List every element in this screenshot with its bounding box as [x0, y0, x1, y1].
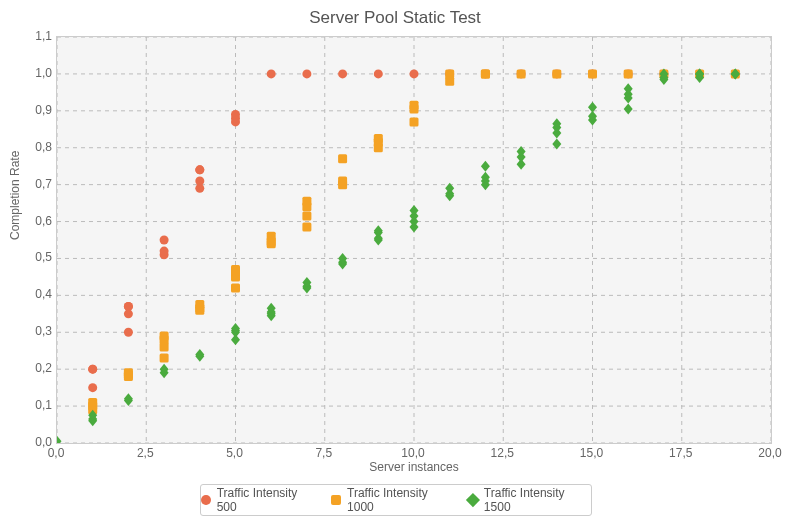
svg-rect-75	[302, 197, 311, 206]
svg-point-34	[195, 165, 204, 174]
x-axis-label: Server instances	[56, 460, 772, 474]
y-tick: 1,1	[30, 29, 52, 43]
y-axis-label: Completion Rate	[8, 151, 22, 240]
legend-item-1000: Traffic Intensity 1000	[331, 486, 454, 514]
x-tick: 2,5	[137, 446, 154, 460]
svg-point-23	[88, 365, 97, 374]
svg-point-21	[88, 383, 97, 392]
legend-label: Traffic Intensity 1500	[484, 486, 591, 514]
circle-icon	[201, 495, 211, 505]
svg-rect-89	[517, 69, 526, 78]
svg-point-29	[160, 247, 169, 256]
svg-rect-72	[302, 223, 311, 232]
y-tick: 1,0	[30, 66, 52, 80]
svg-rect-92	[624, 69, 633, 78]
svg-rect-88	[481, 69, 490, 78]
y-tick: 0,1	[30, 398, 52, 412]
y-tick: 0,6	[30, 214, 52, 228]
x-tick: 17,5	[669, 446, 692, 460]
svg-rect-81	[374, 134, 383, 143]
svg-rect-54	[88, 398, 97, 407]
svg-marker-134	[481, 161, 490, 172]
plot-area	[56, 36, 772, 444]
svg-rect-61	[160, 331, 169, 340]
svg-rect-57	[124, 368, 133, 377]
square-icon	[331, 495, 341, 505]
svg-point-42	[410, 69, 419, 78]
y-tick: 0,3	[30, 324, 52, 338]
y-tick: 0,7	[30, 177, 52, 191]
y-tick: 0,0	[30, 435, 52, 449]
legend: Traffic Intensity 500 Traffic Intensity …	[200, 484, 592, 516]
y-tick: 0,9	[30, 103, 52, 117]
chart-svg	[57, 37, 771, 443]
svg-rect-84	[410, 101, 419, 110]
svg-marker-127	[410, 205, 419, 216]
x-tick: 20,0	[758, 446, 781, 460]
y-tick: 0,8	[30, 140, 52, 154]
svg-point-30	[160, 236, 169, 245]
svg-point-39	[302, 69, 311, 78]
svg-rect-77	[338, 176, 347, 185]
svg-rect-82	[410, 117, 419, 126]
y-tick: 0,2	[30, 361, 52, 375]
svg-marker-145	[624, 103, 633, 114]
svg-rect-71	[267, 232, 276, 241]
legend-label: Traffic Intensity 1000	[347, 486, 454, 514]
svg-point-24	[124, 328, 133, 337]
x-tick: 5,0	[226, 446, 243, 460]
x-tick: 12,5	[491, 446, 514, 460]
svg-marker-123	[374, 225, 383, 236]
svg-rect-68	[231, 265, 240, 274]
svg-rect-73	[302, 212, 311, 221]
svg-rect-65	[231, 283, 240, 292]
legend-label: Traffic Intensity 500	[217, 486, 318, 514]
svg-point-41	[374, 69, 383, 78]
y-tick: 0,4	[30, 287, 52, 301]
svg-rect-58	[160, 354, 169, 363]
svg-rect-64	[195, 300, 204, 309]
svg-point-40	[338, 69, 347, 78]
svg-marker-101	[124, 393, 133, 404]
x-tick: 10,0	[401, 446, 424, 460]
y-tick: 0,5	[30, 250, 52, 264]
x-tick: 7,5	[315, 446, 332, 460]
legend-item-1500: Traffic Intensity 1500	[468, 486, 591, 514]
legend-item-500: Traffic Intensity 500	[201, 486, 317, 514]
svg-point-37	[231, 110, 240, 119]
svg-point-27	[124, 302, 133, 311]
svg-rect-78	[338, 154, 347, 163]
svg-rect-86	[445, 69, 454, 78]
chart-title: Server Pool Static Test	[0, 8, 790, 28]
x-tick: 15,0	[580, 446, 603, 460]
svg-point-32	[195, 176, 204, 185]
svg-marker-96	[57, 436, 62, 443]
diamond-icon	[466, 493, 480, 507]
svg-marker-148	[624, 83, 633, 94]
svg-point-38	[267, 69, 276, 78]
svg-rect-91	[588, 69, 597, 78]
chart-container: { "chart_data": { "type": "scatter", "ti…	[0, 0, 790, 526]
svg-rect-90	[552, 69, 561, 78]
svg-marker-105	[195, 349, 204, 360]
